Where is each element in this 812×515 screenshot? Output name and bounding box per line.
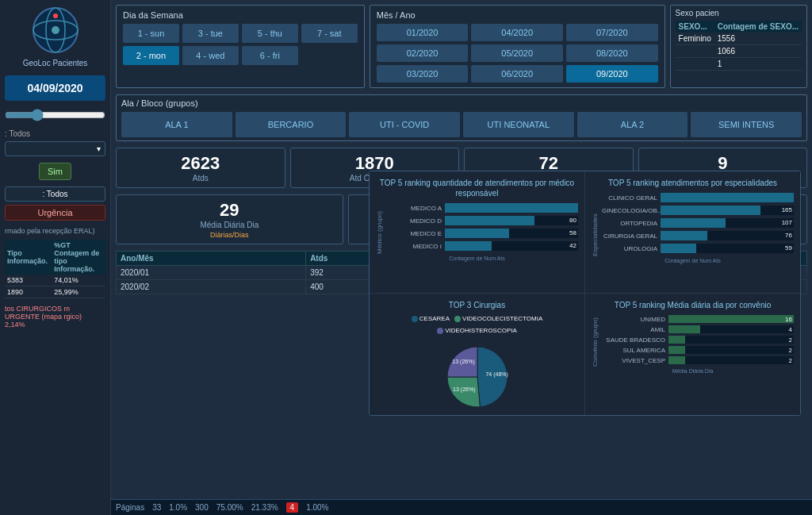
moy-cell[interactable]: 06/2020 [471, 65, 563, 83]
overlay-tr-title: TOP 5 ranking atendimentos por especiali… [592, 178, 794, 188]
sexo-row: 1 [676, 58, 802, 71]
overlay-br-title: TOP 5 ranking Média diária dia por convê… [592, 300, 794, 310]
ala-cell[interactable]: UTI NEONATAL [463, 112, 574, 137]
bar-label: GINECOLOGIA/OB... [602, 207, 657, 214]
pie-label: 13 (26%) [452, 359, 474, 365]
dow-cell[interactable]: 3 - tue [182, 24, 239, 43]
bar-label: CLINICO GERAL [602, 194, 657, 202]
overlay-tl-chart: MEDICO A MEDICO D 80 MEDICO E 58 MEDICO … [386, 203, 578, 254]
sexo-table: SEXO... Contagem de SEXO... Feminino1556… [676, 21, 802, 71]
sexo-count-header: Contagem de SEXO... [714, 21, 802, 33]
conv-bar-container: 4 [668, 325, 794, 333]
dow-cell[interactable]: 7 - sat [301, 24, 358, 43]
ala-cell[interactable]: BERCARIO [236, 112, 347, 137]
sidebar-sim-button[interactable]: Sim [39, 163, 71, 180]
sexo-row: Feminino1556 [676, 33, 802, 45]
avg-media-value: 29 [124, 200, 335, 221]
moy-panel: Mês / Ano 01/202004/202007/202002/202005… [370, 5, 665, 88]
ala-cell[interactable]: ALA 1 [121, 112, 232, 137]
bar-container [661, 193, 794, 202]
pie-legend: CESAREAVIDEOCOLECISTECTOMIAVIDEOHISTEROS… [376, 315, 578, 334]
moy-cell[interactable]: 07/2020 [566, 24, 658, 41]
bar-row: CLINICO GERAL [602, 193, 794, 202]
bar-fill [661, 206, 760, 215]
conv-row: UNIMED 16 [602, 315, 794, 323]
bar-container: 107 [661, 218, 794, 228]
conv-bar-container: 16 [668, 315, 794, 323]
legend-dot [454, 316, 461, 322]
moy-cell[interactable]: 03/2020 [377, 65, 469, 83]
sidebar-info-table: Tipo Informação. %GT Contagem de tipo In… [5, 240, 105, 298]
conv-bar-container: 2 [668, 356, 794, 364]
legend-item: CESAREA [412, 315, 450, 322]
moy-cell[interactable]: 04/2020 [471, 24, 563, 41]
overlay-top-right: TOP 5 ranking atendimentos por especiali… [585, 171, 800, 293]
pie-label: 13 (26%) [453, 386, 475, 393]
sidebar-table-header-tipo: Tipo Informação. [5, 240, 52, 275]
dow-cell[interactable]: 1 - sun [123, 24, 179, 43]
dow-cell[interactable]: 6 - fri [242, 46, 298, 65]
dow-grid: 1 - sun3 - tue5 - thu7 - sat2 - mon4 - w… [123, 24, 358, 65]
sidebar-date[interactable]: 04/09/2020 [5, 75, 105, 101]
bar-label: MEDICO I [386, 243, 442, 250]
bar-fill [661, 231, 707, 240]
bottom-highlight: 4 [286, 502, 299, 513]
table-cell-anomes: 2020/02 [117, 280, 306, 294]
bar-value: 107 [782, 219, 792, 226]
bar-fill [445, 203, 578, 213]
bar-value: 80 [569, 217, 576, 224]
bar-fill [445, 229, 509, 238]
dow-cell[interactable]: 5 - thu [242, 24, 298, 43]
stat-atds: 2623 Atds [116, 148, 285, 188]
conv-bar-fill [668, 315, 794, 323]
avg-media-sublabel: Diárias/Dias [124, 231, 335, 239]
overlay-top-left: TOP 5 ranking quantidade de atendimentos… [370, 171, 584, 293]
bar-value: 59 [785, 244, 792, 252]
overlay-tr-chart: CLINICO GERAL GINECOLOGIA/OB... 165 ORTO… [602, 193, 794, 256]
bar-row: MEDICO A [386, 203, 578, 213]
bottom-bar-item: 4 [286, 502, 299, 513]
moy-cell[interactable]: 09/2020 [566, 65, 658, 83]
moy-cell[interactable]: 01/2020 [377, 24, 469, 41]
bar-fill [445, 216, 534, 225]
dow-cell[interactable]: 2 - mon [123, 46, 179, 65]
sexo-title: Sexo pacien [676, 9, 802, 17]
bottom-bar-item: 300 [195, 503, 209, 512]
bar-row: MEDICO E 58 [386, 229, 578, 238]
bottom-bar-item: 75.00% [216, 503, 243, 512]
bottom-bar-item: 33 [152, 503, 161, 512]
dow-cell[interactable]: 4 - wed [182, 46, 239, 65]
bar-row: MEDICO D 80 [386, 216, 578, 225]
bar-row: ORTOPEDIA 107 [602, 218, 794, 228]
sexo-count: 1 [714, 58, 802, 71]
sexo-count: 1066 [714, 45, 802, 58]
paginas-label: Páginas [116, 503, 144, 512]
conv-row: VIVEST_CESP 2 [602, 356, 794, 364]
moy-cell[interactable]: 02/2020 [377, 44, 469, 62]
conv-bar-fill [668, 346, 685, 354]
overlay-tl-axis: Contagem de Num Ats [376, 256, 578, 261]
bottom-bar-item: 21.33% [251, 503, 278, 512]
bottom-bar-item: 1.0% [169, 503, 187, 512]
sidebar-dropdown[interactable]: ▾ [5, 141, 105, 156]
sidebar-pct: 74,01% [52, 275, 105, 286]
conv-label: UNIMED [602, 316, 665, 323]
overlay-grid: TOP 5 ranking quantidade de atendimentos… [370, 171, 800, 415]
moy-cell[interactable]: 05/2020 [471, 44, 563, 62]
ala-cell[interactable]: SEMI INTENS [691, 112, 802, 137]
sidebar-slider[interactable] [5, 109, 105, 121]
sidebar-info-text: rmado pela recepção ERAL) [5, 227, 105, 236]
moy-cell[interactable]: 08/2020 [566, 44, 658, 62]
sidebar-table-row: 538374,01% [5, 275, 105, 286]
ala-cell[interactable]: ALA 2 [577, 112, 688, 137]
overlay-bl-title: TOP 3 Cirurgias [376, 300, 578, 310]
sexo-count: 1556 [714, 33, 802, 45]
bar-row: CIRURGIA GERAL 76 [602, 231, 794, 240]
stat-atds-value: 2623 [124, 153, 277, 174]
sidebar-title: GeoLoc Pacientes [23, 59, 88, 67]
ala-cell[interactable]: UTI - COVID [349, 112, 460, 137]
bar-fill [661, 218, 726, 228]
ala-section: Ala / Bloco (grupos) ALA 1BERCARIOUTI - … [111, 91, 812, 144]
chevron-down-icon: ▾ [97, 144, 101, 153]
sexo-col-header: SEXO... [676, 21, 714, 33]
